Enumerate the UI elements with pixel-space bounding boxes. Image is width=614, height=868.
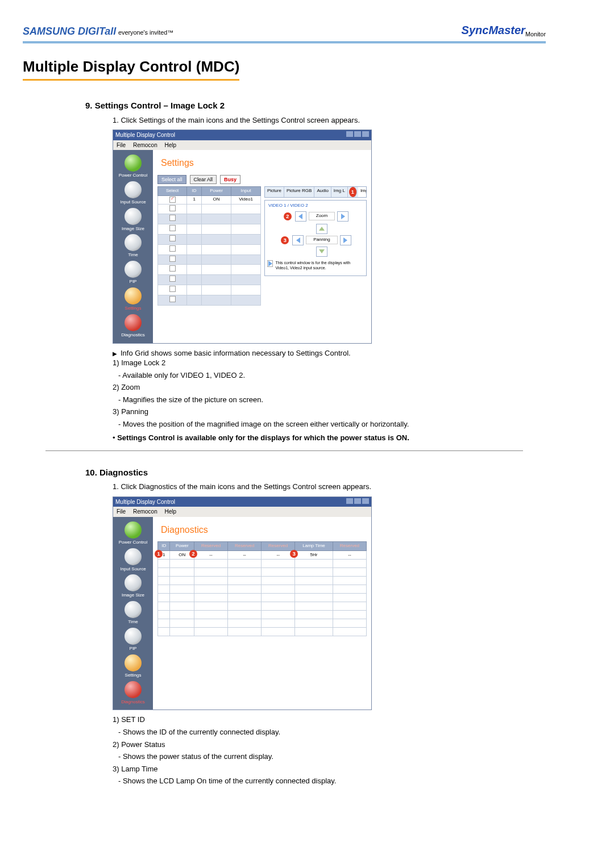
sidebar-item-power[interactable]: Power Control	[117, 153, 150, 179]
sidebar-2: Power Control Input Source Image Size Ti…	[113, 517, 153, 710]
tab-imglock[interactable]: Img L	[331, 187, 348, 197]
sidebar-item-pip[interactable]: PIP	[117, 260, 150, 285]
th-id: ID	[187, 186, 202, 195]
brand-left-top: SAMSUNG DIGITall	[23, 26, 116, 37]
panning-label: Panning	[306, 236, 337, 244]
zoom-label: Zoom	[309, 212, 335, 220]
title-underline	[23, 79, 239, 81]
busy-indicator: Busy	[220, 175, 240, 184]
settings-tabs[interactable]: Picture Picture RGB Audio Img L 1 Img Lo…	[264, 186, 367, 198]
grid-row-1[interactable]: 1 ON Video1	[158, 195, 261, 204]
window-buttons[interactable]	[345, 131, 369, 139]
info-bullet: ▶Info Grid shows some basic information …	[113, 348, 546, 358]
panning-block: 3 Panning	[267, 224, 364, 257]
clear-all-button[interactable]: Clear All	[190, 175, 217, 184]
zoom-left-button[interactable]	[295, 211, 306, 222]
panel-note: This control window is for the displays …	[267, 260, 364, 271]
divider-1	[45, 450, 523, 451]
tab-picture-rgb[interactable]: Picture RGB	[284, 187, 314, 197]
brand-left: SAMSUNG DIGITall everyone's invited™	[23, 24, 173, 38]
sidebar-item-imagesize[interactable]: Image Size	[117, 207, 150, 232]
sidebar-item-settings[interactable]: Settings	[117, 286, 150, 312]
header-rule	[23, 41, 546, 43]
select-all-button[interactable]: Select all	[157, 175, 186, 184]
pan-left-button[interactable]	[292, 235, 304, 245]
zoom-right-button[interactable]	[337, 211, 349, 222]
window-buttons-2[interactable]	[345, 498, 369, 506]
th-select: Select	[158, 186, 187, 195]
menu-bar[interactable]: File Remocon Help	[113, 140, 371, 151]
step-10-1: 1. Click Diagnostics of the main icons a…	[113, 482, 546, 492]
diag-grid[interactable]: ID Power Reserved Reserved Reserved Lamp…	[157, 541, 367, 636]
brand-header: SAMSUNG DIGITall everyone's invited™ Syn…	[23, 23, 546, 38]
callout-1: 1	[349, 187, 357, 197]
window-titlebar-2: Multiple Display Control	[113, 497, 371, 507]
note-text: This control window is for the displays …	[275, 260, 364, 271]
pan-down-button[interactable]	[316, 247, 327, 257]
zoom-row: 2 Zoom	[267, 211, 364, 222]
brand-right: SyncMasterMonitor	[462, 23, 546, 38]
tab-imglock2[interactable]: Img Lock 2	[358, 187, 367, 197]
diag-title: Diagnostics	[161, 524, 367, 536]
bold-note-s1: • Settings Control is available only for…	[113, 433, 546, 443]
panel-title: Settings	[161, 157, 367, 169]
window-title-2: Multiple Display Control	[115, 498, 175, 506]
toolbar: Select all Clear All Busy	[157, 175, 367, 184]
page-title: Multiple Display Control (MDC)	[23, 57, 239, 77]
callout-d1: 1	[155, 550, 163, 558]
tab-picture[interactable]: Picture	[265, 187, 284, 197]
main-panel: Settings Select all Clear All Busy Selec…	[153, 150, 371, 343]
page-title-wrap: Multiple Display Control (MDC)	[23, 53, 239, 84]
explain-s1: 1) Image Lock 2 - Available only for VID…	[113, 358, 546, 429]
pan-up-button[interactable]	[316, 224, 327, 234]
window-title: Multiple Display Control	[115, 131, 175, 139]
th-input: Input	[231, 186, 261, 195]
checkbox-icon[interactable]	[169, 197, 176, 203]
window-titlebar: Multiple Display Control	[113, 130, 371, 140]
menu-remocon[interactable]: Remocon	[133, 142, 157, 148]
image-lock-panel: VIDEO 1 / VIDEO 2 2 Zoom 3	[264, 200, 367, 276]
pan-right-button[interactable]	[340, 235, 351, 245]
sidebar-item-diagnostics[interactable]: Diagnostics	[117, 313, 150, 339]
diag-row-1[interactable]: 11 ON2 -- -- --3 5Hr --	[158, 551, 367, 560]
th-power: Power	[202, 186, 231, 195]
diagnostics-screenshot: Multiple Display Control File Remocon He…	[113, 496, 372, 711]
sidebar: Power Control Input Source Image Size Ti…	[113, 150, 153, 343]
note-icon	[267, 260, 273, 267]
subpanel-title: VIDEO 1 / VIDEO 2	[268, 203, 364, 209]
brand-left-sub: everyone's invited™	[118, 29, 173, 36]
sidebar-item-input[interactable]: Input Source	[117, 180, 150, 206]
info-grid[interactable]: Select ID Power Input 1 ON Video1	[157, 186, 261, 306]
settings-screenshot: Multiple Display Control File Remocon He…	[113, 130, 372, 344]
tab-audio[interactable]: Audio	[314, 187, 331, 197]
callout-3: 3	[281, 236, 289, 244]
callout-2: 2	[284, 212, 292, 220]
menu-bar-2[interactable]: File Remocon Help	[113, 507, 371, 517]
section-heading-10: 10. Diagnostics	[85, 467, 546, 478]
sidebar-item-time[interactable]: Time	[117, 233, 150, 258]
section-heading-9: 9. Settings Control – Image Lock 2	[85, 100, 546, 111]
step-9-1: 1. Click Settings of the main icons and …	[113, 115, 546, 126]
diag-main: Diagnostics ID Power Reserved Reserved R…	[153, 517, 371, 710]
menu-file[interactable]: File	[117, 142, 126, 148]
menu-help[interactable]: Help	[165, 142, 177, 148]
explain-s2: 1) SET ID - Shows the ID of the currentl…	[113, 715, 546, 786]
